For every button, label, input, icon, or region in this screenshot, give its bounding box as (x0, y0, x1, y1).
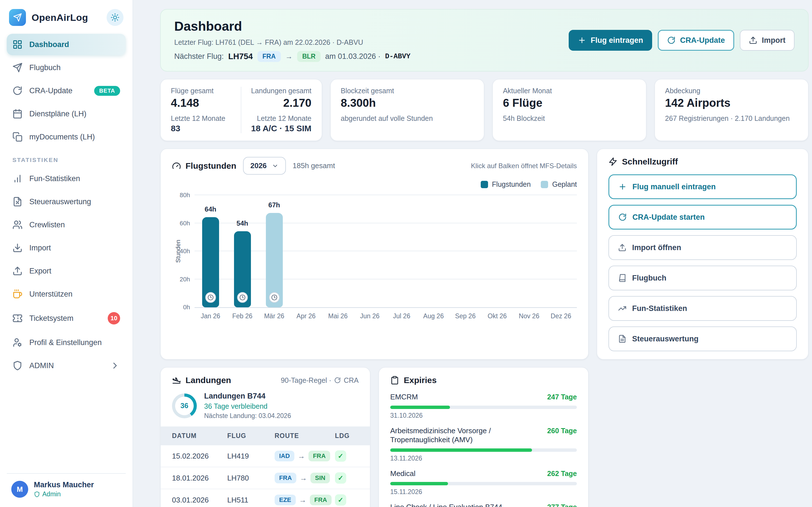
chevron-right-icon (110, 360, 120, 371)
landing-flight: LH780 (227, 467, 274, 489)
chart-column-mai-26 (322, 195, 354, 307)
sidebar-item-steuerauswertung[interactable]: Steuerauswertung (7, 191, 126, 212)
chart-bar-mar-26[interactable]: 67h (266, 213, 283, 307)
y-axis-tick: 80h (180, 191, 190, 199)
quick-action-flug-manuell-eintragen[interactable]: Flug manuell eintragen (608, 174, 797, 199)
sidebar-item-admin[interactable]: ADMIN (7, 355, 126, 376)
user-role: Admin (34, 490, 94, 498)
user-role-label: Admin (42, 490, 61, 498)
landing-row: 03.01.2026LH511EZE→FRA✓ (161, 489, 370, 507)
sidebar-item-cra-update[interactable]: CRA-UpdateBETA (7, 80, 126, 101)
sidebar-item-dienstplane-lh[interactable]: Dienstpläne (LH) (7, 103, 126, 124)
sidebar-item-crewlisten[interactable]: Crewlisten (7, 214, 126, 235)
shield-icon (34, 491, 40, 497)
plus-icon (578, 36, 586, 45)
stat-value: 6 Flüge (503, 97, 636, 109)
legend-swatch-actual (481, 181, 488, 188)
expiry-days-badge: 247 Tage (547, 393, 577, 401)
stat-flights: Flüge gesamt 4.148 Letzte 12 Monate 83 (171, 87, 241, 133)
sidebar-item-label: CRA-Update (29, 87, 72, 95)
expiry-row: Line Check / Line Evaluation B744277 Tag… (390, 503, 577, 507)
sidebar-item-fun-statistiken[interactable]: Fun-Statistiken (7, 168, 126, 189)
sidebar-item-dashboard[interactable]: Dashboard (7, 34, 126, 55)
beta-badge: BETA (94, 86, 120, 96)
chart-column-jul-26 (386, 195, 417, 307)
quick-action-steuerauswertung[interactable]: Steuerauswertung (608, 327, 797, 351)
sidebar-item-label: Dienstpläne (LH) (29, 110, 87, 118)
chart-bar-feb-26[interactable]: 54h (234, 231, 251, 307)
expiry-progress-fill (390, 448, 532, 452)
stat-card-blocktime: Blockzeit gesamt 8.300h abgerundet auf v… (330, 79, 485, 141)
quick-action-label: Flug manuell eintragen (632, 182, 716, 191)
user-name: Markus Maucher (34, 481, 94, 489)
landing-row: 18.01.2026LH780FRA→SIN✓ (161, 467, 370, 489)
sidebar-item-label: Import (29, 244, 51, 252)
year-select[interactable]: 2026 (243, 157, 286, 175)
clock-dot (237, 292, 248, 303)
chart-column-feb-26: 54h (226, 195, 258, 307)
add-flight-label: Flug eintragen (591, 36, 643, 45)
refresh-icon (667, 36, 675, 45)
quick-access-card: Schnellzugriff Flug manuell eintragenCRA… (597, 149, 809, 360)
quick-action-cra-update-starten[interactable]: CRA-Update starten (608, 205, 797, 230)
quick-actions: Flug manuell eintragenCRA-Update starten… (608, 174, 797, 351)
page-title: Dashboard (174, 18, 410, 34)
sidebar-item-profil-einstellungen[interactable]: Profil & Einstellungen (7, 332, 126, 353)
stat-label: Landungen gesamt (249, 87, 311, 95)
quick-action-flugbuch[interactable]: Flugbuch (608, 266, 797, 290)
sidebar-item-flugbuch[interactable]: Flugbuch (7, 57, 126, 78)
landing-flight: LH419 (227, 445, 274, 467)
sidebar-item-import[interactable]: Import (7, 237, 126, 259)
landing-ldg-cell: ✓ (335, 445, 370, 467)
cra-update-label: CRA-Update (680, 36, 725, 45)
users-icon (12, 220, 22, 230)
expiry-progress-track (390, 406, 577, 409)
chart-column-nov-26 (513, 195, 545, 307)
landing-check: ✓ (335, 450, 346, 462)
chart-column-okt-26 (481, 195, 513, 307)
quick-action-label: Steuerauswertung (632, 335, 699, 343)
quick-action-fun-statistiken[interactable]: Fun-Statistiken (608, 296, 797, 321)
landings-remaining: 36 Tage verbleibend (204, 402, 291, 410)
clipboard-icon (390, 376, 399, 385)
x-axis-tick: Feb 26 (226, 313, 258, 320)
stat-value: 2.170 (249, 97, 311, 109)
quick-action-label: Fun-Statistiken (632, 304, 687, 313)
landings-table-body: 15.02.2026LH419IAD→FRA✓18.01.2026LH780FR… (161, 445, 370, 507)
add-flight-button[interactable]: Flug eintragen (569, 30, 652, 51)
stat-label: Letzte 12 Monate (249, 114, 311, 122)
landings-ring-value: 36 (175, 397, 194, 415)
x-axis-tick: Mai 26 (322, 313, 354, 320)
sidebar-item-unterstutzen[interactable]: Unterstützen (7, 283, 126, 305)
middle-row: Flugstunden 2026 185h gesamt Klick auf B… (160, 149, 809, 360)
landings-table: DATUM FLUG ROUTE LDG 15.02.2026LH419IAD→… (161, 427, 370, 507)
stat-card-coverage: Abdeckung 142 Airports 267 Registrierung… (654, 79, 809, 141)
sidebar-item-mydocuments-lh[interactable]: myDocuments (LH) (7, 126, 126, 148)
chart-bar-jan-26[interactable]: 64h (202, 217, 219, 307)
dashboard-header-card: Dashboard Letzter Flug: LH761 (DEL → FRA… (160, 9, 809, 71)
y-axis-tick: 0h (183, 304, 190, 311)
stat-sub: abgerundet auf volle Stunden (341, 114, 474, 122)
quick-action-import-offnen[interactable]: Import öffnen (608, 235, 797, 260)
sidebar-item-export[interactable]: Export (7, 260, 126, 282)
user-box[interactable]: M Markus Maucher Admin (7, 473, 126, 507)
route-arrow: → (300, 474, 307, 483)
next-departure-chip: FRA (257, 51, 281, 62)
theme-toggle-button[interactable] (107, 9, 123, 26)
expiry-row: Arbeitsmedizinische Vorsorge / Tropentau… (390, 426, 577, 445)
chart-column-mar-26: 67h (258, 195, 290, 307)
book-icon (618, 274, 626, 282)
clock-dot (269, 292, 280, 303)
sidebar-nav-statistics: Fun-StatistikenSteuerauswertungCrewliste… (7, 168, 126, 376)
chart-column-sep-26 (449, 195, 481, 307)
ticket-count-badge: 10 (108, 312, 120, 325)
expiry-days-badge: 262 Tage (547, 469, 577, 478)
cra-update-button[interactable]: CRA-Update (658, 30, 734, 51)
landing-ldg-cell: ✓ (335, 489, 370, 507)
sidebar-item-ticketsystem[interactable]: Ticketsystem10 (7, 306, 126, 330)
import-button[interactable]: Import (740, 30, 795, 51)
chart-columns: 64h54h67h (195, 195, 577, 307)
sidebar-item-label: Export (29, 267, 51, 276)
expiry-row: Medical262 Tage (390, 469, 577, 478)
expiry-name: Medical (390, 469, 416, 478)
